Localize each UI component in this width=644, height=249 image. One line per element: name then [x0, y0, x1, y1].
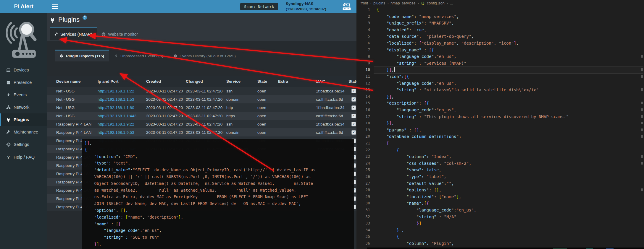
line-number: 4: [356, 27, 370, 33]
line-number: 2: [356, 13, 370, 20]
line-code: {: [377, 6, 379, 13]
globe-icon: [101, 32, 106, 36]
sidebar-item-plugins[interactable]: Plugins: [0, 113, 47, 126]
tab-label: Services (NMAP): [60, 32, 92, 37]
line-code: "localized": ["display_name", "descripti…: [377, 40, 519, 47]
line-code: }],: [377, 120, 394, 127]
table-row: Net - USGhttp://192.168.1.1:802023-03-11…: [47, 103, 356, 112]
overlay-code-line: "options": [],: [85, 207, 354, 214]
sidebar-item-label: Events: [14, 92, 27, 97]
overview-ruler-mark: [641, 108, 643, 111]
bolt-icon: [114, 54, 118, 58]
column-header[interactable]: Created: [146, 79, 186, 84]
status-checkbox[interactable]: ✔: [351, 114, 356, 118]
breadcrumb-item[interactable]: config.json: [427, 1, 445, 5]
sidebar-item-label: Settings: [14, 142, 29, 147]
tab-website-monitor[interactable]: Website monitor: [97, 27, 143, 40]
plugin-tabs: Services (NMAP)Website monitor: [50, 27, 143, 40]
column-header[interactable]: State: [257, 79, 278, 84]
subtab-unprocessed-events-0[interactable]: Unprocessed Events (0): [109, 50, 168, 61]
cell: 1f:ba:ff:ca:ba:34: [316, 122, 348, 126]
line-code: "unique_prefix": "NMAPSRV",: [377, 20, 454, 27]
editor-line: 21 [: [356, 140, 644, 147]
pialert-logo-image: [6, 17, 41, 62]
ip-port-link[interactable]: http://192.168.1.1:80: [98, 105, 134, 110]
sidebar-item-network[interactable]: Network: [0, 101, 47, 113]
column-header[interactable]: Status: [348, 79, 356, 84]
status-checkbox[interactable]: ✔: [351, 105, 356, 110]
line-code: "string" : "This plugin shows all servic…: [377, 113, 569, 120]
line-code: "enabled": true,: [377, 27, 427, 33]
table-row: Net - USGhttp://192.168.1.1:222023-03-11…: [47, 87, 356, 95]
status-checkbox[interactable]: ✔: [351, 89, 356, 93]
cell-status: ✔: [348, 105, 356, 110]
line-code: {: [377, 147, 399, 154]
sidebar-item-presence[interactable]: Presence: [0, 76, 47, 89]
status-checkbox[interactable]: ✔: [351, 122, 356, 126]
status-checkbox[interactable]: ✔: [351, 130, 356, 135]
ip-port-link[interactable]: http://192.168.1.1:53: [98, 97, 134, 102]
column-header[interactable]: Extra: [278, 79, 316, 84]
sidebar-item-help-faq[interactable]: ?Help / FAQ: [0, 151, 47, 163]
overlay-code-line: Object_SecondaryID, datetime() as DateTi…: [85, 180, 354, 187]
sidebar-item-label: Presence: [14, 80, 32, 85]
column-header[interactable]: Changed: [186, 79, 226, 84]
line-number: 15: [356, 100, 370, 107]
line-code: "type": "label",: [377, 173, 446, 180]
line-number: 10: [356, 66, 370, 73]
host-timestamp: (11/03/2023, 15:46:07): [286, 6, 326, 12]
cell: http: [226, 105, 257, 110]
ip-port-link[interactable]: http://192.168.1.1:443: [98, 114, 136, 118]
editor-line: 14 }],: [356, 93, 644, 100]
cell: 1f:ba:ff:ca:ba:34: [316, 89, 348, 93]
bolt-icon: [6, 93, 11, 97]
breadcrumb-item[interactable]: ...: [450, 1, 453, 5]
line-number: 12: [356, 80, 370, 87]
code-editor: front›plugins›nmap_services›{}config.jso…: [356, 0, 644, 249]
overlay-code-line: JOIN (SELECT dev_Name, dev_MAC, dev_Last…: [85, 200, 354, 207]
overview-ruler-mark: [641, 115, 643, 118]
sidebar-item-events[interactable]: Events: [0, 89, 47, 101]
sidebar-item-label: Network: [14, 105, 29, 110]
breadcrumb-item[interactable]: nmap_services: [390, 1, 415, 5]
cell-ip-port: http://192.168.1.9:53: [98, 130, 146, 135]
column-header[interactable]: Service: [226, 79, 257, 84]
column-header[interactable]: MAC: [316, 79, 348, 84]
overlay-code-line: as Watched_Value2, 'null' as Watched_Val…: [85, 187, 354, 194]
line-number: 34: [356, 227, 370, 234]
host-info: Synology-NAS (11/03/2023, 15:46:07): [286, 1, 333, 12]
ip-port-link[interactable]: http://192.168.1.9:53: [98, 130, 134, 135]
json-file-icon: {}: [421, 1, 425, 5]
sidebar-nav: DevicesPresenceEventsNetworkPluginsMaint…: [0, 64, 47, 163]
breadcrumb-item[interactable]: front: [361, 1, 368, 5]
cell: 2023-03-11 02:47:20: [146, 114, 186, 118]
host-name: Synology-NAS: [286, 1, 326, 6]
overlay-code-line: "description": [{: [85, 248, 354, 249]
line-number: 35: [356, 233, 370, 240]
editor-line: 11 "icon":[{: [356, 73, 644, 80]
line-number: 14: [356, 93, 370, 100]
brand-logo[interactable]: Pi.Alert: [0, 0, 47, 13]
cell-status: ✔: [348, 130, 356, 135]
breadcrumb-item[interactable]: plugins: [373, 1, 385, 5]
sidebar-item-settings[interactable]: Settings: [0, 138, 47, 151]
column-header[interactable]: Ip and Port: [98, 79, 146, 84]
ip-port-link[interactable]: http://192.168.1.9:22: [98, 122, 134, 126]
tab-services-nmap[interactable]: Services (NMAP): [50, 27, 97, 40]
line-code: }]: [377, 220, 422, 227]
ip-port-link[interactable]: http://192.168.1.1:22: [98, 89, 134, 93]
status-checkbox[interactable]: ✔: [351, 97, 356, 102]
subtab-label: Unprocessed Events (0): [120, 54, 163, 58]
line-number: 20: [356, 133, 370, 140]
hamburger-menu-icon[interactable]: [52, 4, 58, 9]
editor-code-area[interactable]: 1{2 "code_name": "nmap_services",3 "uniq…: [356, 6, 644, 249]
subtab-events-history-50-out-of-1265[interactable]: Events History (50 out of 1265 ): [168, 50, 241, 61]
help-badge[interactable]: ?: [83, 15, 87, 20]
line-code: "column": "Plugin",: [377, 240, 454, 247]
sidebar-item-devices[interactable]: Devices: [0, 64, 47, 76]
overlay-code-line: ns.Extra as Extra, dv.dev_MAC as Foreign…: [85, 193, 354, 200]
sidebar-item-maintenance[interactable]: Maintenance: [0, 126, 47, 138]
subtab-plugin-objects-115[interactable]: Plugin Objects (115): [55, 50, 109, 61]
cell: ca:ff:ff:ca:ba:6d: [316, 114, 348, 118]
column-header[interactable]: Device name: [56, 79, 98, 84]
